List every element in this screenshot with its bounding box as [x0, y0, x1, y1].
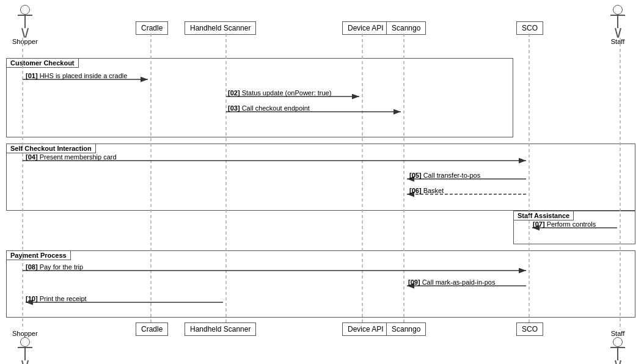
msg-05-label: [05] Call transfer-to-pos — [409, 172, 480, 179]
shopper-label-bottom: Shopper — [12, 330, 38, 337]
staff-legs-top — [615, 28, 621, 38]
lifeline-box-handheld-top: Handheld Scanner — [185, 21, 256, 35]
actor-staff-bottom: Staff — [610, 330, 625, 364]
shopper-legs-top — [21, 28, 28, 38]
lifeline-box-cradle-top: Cradle — [136, 21, 168, 35]
msg-06-label: [06] Basket — [409, 187, 444, 194]
msg-09-label: [09] Call mark-as-paid-in-pos — [408, 278, 495, 286]
shopper-legs-bottom — [21, 360, 28, 365]
shopper-head-bottom — [20, 337, 30, 347]
lifeline-box-handheld-bottom: Handheld Scanner — [185, 322, 256, 336]
staff-head-top — [613, 5, 623, 15]
actor-shopper-top: Shopper — [12, 5, 38, 45]
staff-label-top: Staff — [611, 38, 624, 45]
shopper-leg-right-top — [25, 27, 29, 37]
msg-03-label: [03] Call checkout endpoint — [228, 104, 310, 112]
msg-02-label: [02] Status update (onPower: true) — [228, 89, 331, 96]
staff-torso-top — [617, 16, 618, 28]
lifeline-box-sco-bottom: SCO — [516, 322, 543, 336]
msg-04-label: [04] Present membership card — [26, 153, 117, 161]
staff-head-bottom — [613, 337, 623, 347]
staff-leg-right-top — [618, 27, 621, 37]
shopper-body-top — [18, 15, 32, 38]
staff-torso-bottom — [617, 348, 618, 360]
actor-shopper-bottom: Shopper — [12, 330, 38, 364]
shopper-leg-left-bottom — [21, 360, 25, 364]
fragment-customer-checkout: Customer Checkout — [6, 58, 513, 137]
shopper-head-top — [20, 5, 30, 15]
fragment-customer-checkout-label: Customer Checkout — [6, 58, 79, 68]
staff-leg-left-bottom — [615, 360, 618, 364]
shopper-label-top: Shopper — [12, 38, 38, 45]
fragment-self-checkout-label: Self Checkout Interaction — [6, 144, 96, 153]
msg-07-label: [07] Perform controls — [533, 220, 596, 228]
lifeline-box-deviceapi-bottom: Device API — [342, 322, 389, 336]
msg-08-label: [08] Pay for the trip — [26, 263, 83, 271]
fragment-staff-assistance-label: Staff Assistance — [513, 211, 574, 220]
msg-01-label: [01] HHS is placed inside a cradle — [26, 72, 127, 79]
staff-legs-bottom — [615, 360, 621, 365]
msg-10-label: [10] Print the receipt — [26, 295, 87, 302]
shopper-leg-right-bottom — [25, 360, 29, 364]
lifeline-box-scanngo-bottom: Scanngo — [386, 322, 426, 336]
shopper-torso-top — [24, 16, 26, 28]
staff-label-bottom: Staff — [611, 330, 624, 337]
shopper-leg-left-top — [21, 27, 25, 37]
lifeline-box-sco-top: SCO — [516, 21, 543, 35]
lifeline-box-scanngo-top: Scanngo — [386, 21, 426, 35]
staff-body-top — [610, 15, 625, 38]
shopper-torso-bottom — [24, 348, 26, 360]
sequence-diagram: Shopper Staff Cradle Handheld Scanner De… — [0, 0, 644, 364]
actor-staff-top: Staff — [610, 5, 625, 45]
shopper-body-bottom — [18, 347, 32, 364]
lifeline-box-deviceapi-top: Device API — [342, 21, 389, 35]
staff-leg-left-top — [615, 27, 618, 37]
fragment-payment-process-label: Payment Process — [6, 250, 71, 260]
lifeline-box-cradle-bottom: Cradle — [136, 322, 168, 336]
fragment-payment-process: Payment Process — [6, 250, 635, 318]
staff-body-bottom — [610, 347, 625, 364]
staff-leg-right-bottom — [618, 360, 621, 364]
